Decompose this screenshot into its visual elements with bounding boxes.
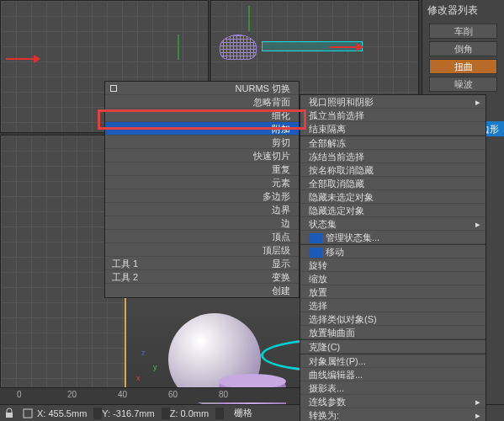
menu-item[interactable]: 孤立当前选择 xyxy=(300,109,485,122)
menu-item[interactable]: 边界 xyxy=(105,203,299,216)
ruler-tick: 60 xyxy=(168,390,178,399)
axis-y xyxy=(248,6,250,31)
window-icon xyxy=(309,233,322,243)
coord-x: X: 455.5mm xyxy=(37,408,87,418)
context-menu-right: 视口照明和阴影孤立当前选择结束隔离全部解冻冻结当前选择按名称取消隐藏全部取消隐藏… xyxy=(300,94,486,421)
menu-item[interactable]: 移动 xyxy=(300,245,485,258)
menu-item[interactable]: 剪切 xyxy=(105,136,299,149)
window-icon xyxy=(309,248,322,258)
menu-item[interactable]: 选择类似对象(S) xyxy=(300,312,485,326)
menu-item[interactable]: 快速切片 xyxy=(105,149,299,163)
lock-icon[interactable] xyxy=(3,408,15,419)
menu-tool-row[interactable]: 工具 1显示 xyxy=(105,257,299,270)
menu-item[interactable]: 隐藏未选定对象 xyxy=(300,190,485,204)
axis-x-arrow xyxy=(6,58,40,60)
menu-item[interactable]: 结束隔离 xyxy=(300,122,485,136)
object-wireframe-sphere[interactable] xyxy=(220,35,257,60)
menu-item[interactable]: 元素 xyxy=(105,176,299,189)
axis-y xyxy=(178,35,179,60)
menu-item[interactable]: 细化 xyxy=(105,109,299,122)
menu-item[interactable]: 管理状态集... xyxy=(300,231,485,244)
menu-item-create[interactable]: 创建 xyxy=(105,284,299,297)
menu-item[interactable]: 顶层级 xyxy=(105,243,299,257)
axis-gizmo: zyx xyxy=(135,359,160,384)
menu-item[interactable]: 状态集 xyxy=(300,217,485,231)
menu-item[interactable]: 按名称取消隐藏 xyxy=(300,163,485,177)
menu-item[interactable]: 转换为: xyxy=(300,408,485,421)
modifier-button[interactable]: 倒角 xyxy=(429,41,497,56)
context-menu-left: NURMS 切换忽略背面细化附加剪切快速切片重复元素多边形边界边顶点顶层级工具 … xyxy=(104,81,300,298)
menu-item[interactable]: 放置轴曲面 xyxy=(300,326,485,339)
menu-item[interactable]: 忽略背面 xyxy=(105,95,299,109)
modifier-button[interactable]: 噪波 xyxy=(429,77,497,92)
menu-item[interactable]: 对象属性(P)... xyxy=(300,354,485,368)
menu-item[interactable]: 附加 xyxy=(105,122,299,136)
selection-lock-icon[interactable] xyxy=(22,408,34,419)
menu-tool-row[interactable]: 工具 2变换 xyxy=(105,270,299,284)
menu-item[interactable]: 曲线编辑器... xyxy=(300,368,485,381)
ruler-tick: 40 xyxy=(118,390,127,399)
svg-rect-0 xyxy=(6,413,13,418)
ruler-tick: 20 xyxy=(67,390,77,399)
menu-item[interactable]: 摄影表... xyxy=(300,381,485,395)
spinner-icon[interactable] xyxy=(93,408,102,419)
menu-item[interactable]: 缩放 xyxy=(300,272,485,285)
ruler-tick: 80 xyxy=(219,390,228,399)
menu-item[interactable]: 克隆(C) xyxy=(300,340,485,354)
menu-item[interactable]: 全部解冻 xyxy=(300,136,485,150)
menu-item[interactable]: NURMS 切换 xyxy=(105,82,299,95)
menu-item[interactable]: 冻结当前选择 xyxy=(300,150,485,163)
coord-y: Y: -316.7mm xyxy=(102,408,154,418)
menu-item[interactable]: 全部取消隐藏 xyxy=(300,177,485,190)
spinner-icon[interactable] xyxy=(215,408,224,419)
menu-item[interactable]: 选择 xyxy=(300,299,485,312)
menu-item[interactable]: 视口照明和阴影 xyxy=(300,95,485,109)
coord-z: Z: 0.0mm xyxy=(170,408,209,418)
modifier-button[interactable]: 扭曲 xyxy=(429,59,497,74)
menu-item[interactable]: 旋转 xyxy=(300,258,485,272)
menu-item[interactable]: 边 xyxy=(105,216,299,230)
menu-item[interactable]: 连线参数 xyxy=(300,395,485,408)
axis-x-arrow xyxy=(329,46,363,48)
ruler-tick: 0 xyxy=(17,390,22,399)
menu-item[interactable]: 重复 xyxy=(105,163,299,176)
modifier-button[interactable]: 车削 xyxy=(429,24,497,39)
menu-item[interactable]: 顶点 xyxy=(105,230,299,243)
grid-label: 栅格 xyxy=(234,407,252,419)
spinner-icon[interactable] xyxy=(162,408,170,419)
modifier-panel-title: 修改器列表 xyxy=(422,0,504,21)
svg-rect-1 xyxy=(24,409,32,418)
menu-item[interactable]: 隐藏选定对象 xyxy=(300,204,485,217)
menu-item[interactable]: 放置 xyxy=(300,285,485,299)
menu-item[interactable]: 多边形 xyxy=(105,189,299,203)
